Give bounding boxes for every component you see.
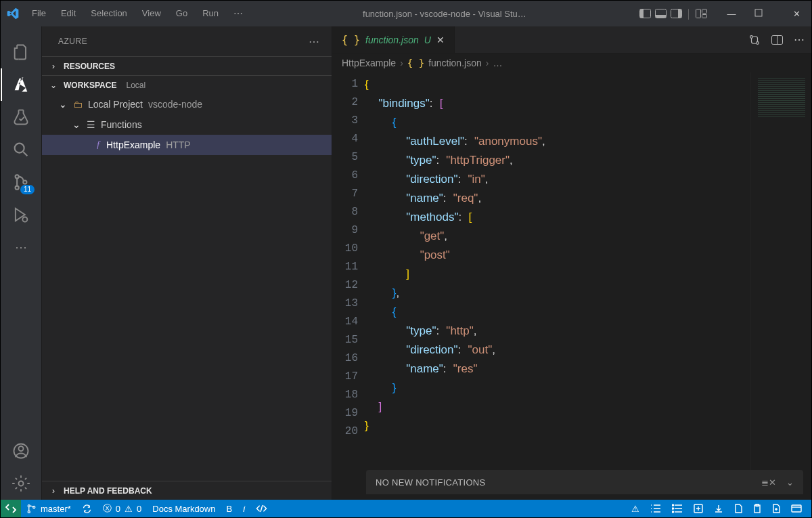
notifications-panel[interactable]: NO NEW NOTIFICATIONS ≣✕ ⌄	[366, 470, 803, 494]
activity-search[interactable]	[1, 133, 41, 166]
section-resources[interactable]: › RESOURCES	[42, 56, 332, 75]
activity-testing[interactable]	[1, 101, 41, 133]
breadcrumb-folder[interactable]: HttpExample	[342, 58, 396, 68]
breadcrumb-sep-icon: ›	[486, 58, 489, 68]
menu-edit[interactable]: Edit	[54, 5, 83, 22]
svg-point-18	[750, 35, 753, 38]
section-workspace-label: WORKSPACE	[64, 81, 116, 90]
tree-functions[interactable]: ⌄ ☰ Functions	[42, 114, 332, 135]
new-file-icon[interactable]	[694, 504, 703, 513]
tree-project-detail: vscode-node	[148, 99, 202, 110]
list-icon[interactable]	[672, 504, 683, 513]
vscode-window: File Edit Selection View Go Run ⋯ functi…	[0, 0, 812, 518]
svg-point-10	[15, 144, 24, 153]
activity-source-control[interactable]: 11	[1, 166, 41, 198]
svg-point-19	[757, 41, 759, 44]
chevron-down-icon: ⌄	[58, 99, 68, 110]
sidebar: AZURE ⋯ › RESOURCES ⌄ WORKSPACE Local ⌄ …	[41, 26, 332, 500]
menu-view[interactable]: View	[135, 5, 168, 22]
status-problems[interactable]: ⓧ0 ⚠0	[97, 502, 147, 515]
panel-icon[interactable]	[791, 504, 802, 513]
layout-customize-icon[interactable]	[696, 9, 707, 19]
svg-point-16	[19, 446, 24, 451]
breadcrumb-sep-icon: ›	[400, 58, 403, 68]
status-docs-markdown[interactable]: Docs Markdown	[147, 504, 221, 514]
status-bold[interactable]: B	[221, 504, 238, 514]
layout-sidebar-right-icon[interactable]	[671, 9, 682, 19]
sidebar-title: AZURE ⋯	[42, 26, 332, 56]
minimap-preview	[758, 77, 805, 117]
title-right: │ — ✕	[639, 9, 806, 19]
svg-point-13	[23, 180, 26, 184]
status-branch[interactable]: master*	[21, 504, 76, 514]
activity-accounts[interactable]	[1, 435, 41, 467]
tab-function-json[interactable]: { } function.json U ✕	[332, 26, 455, 53]
insert-icon[interactable]	[714, 504, 723, 513]
chevron-down-icon[interactable]: ⌄	[786, 477, 794, 488]
breadcrumb[interactable]: HttpExample › { } function.json › …	[332, 53, 811, 72]
sidebar-more-icon[interactable]: ⋯	[309, 35, 320, 48]
list-numbered-icon[interactable]	[650, 504, 661, 513]
status-sync[interactable]	[76, 504, 97, 514]
status-right-icons: ⚠	[622, 504, 811, 514]
alert-icon[interactable]: ⚠	[631, 504, 639, 514]
tab-modified-indicator: U	[424, 35, 431, 45]
breadcrumb-file[interactable]: function.json	[428, 58, 482, 68]
layout-panel-bottom-icon[interactable]	[655, 9, 667, 19]
layout-sidebar-left-icon[interactable]	[639, 9, 651, 19]
svg-rect-6	[696, 9, 701, 18]
remote-status[interactable]	[1, 500, 21, 517]
tab-more-icon[interactable]: ⋯	[794, 33, 805, 46]
code-wrap: 1234567891011121314151617181920 { "bindi…	[332, 72, 811, 470]
sidebar-title-text: AZURE	[58, 37, 87, 46]
chevron-right-icon: ›	[49, 486, 58, 496]
chevron-down-icon: ⌄	[72, 119, 81, 130]
menu-selection[interactable]: Selection	[84, 5, 133, 22]
function-icon: ƒ	[96, 139, 101, 150]
svg-rect-31	[792, 505, 801, 512]
activity-bar: 11 ⋯	[1, 26, 41, 500]
breadcrumb-more[interactable]: …	[493, 58, 502, 68]
activity-explorer[interactable]	[1, 36, 41, 68]
minimap[interactable]	[750, 72, 811, 470]
activity-azure[interactable]	[1, 68, 41, 101]
menu-run[interactable]: Run	[196, 5, 225, 22]
warning-icon: ⚠	[125, 504, 133, 514]
menu-more-icon[interactable]: ⋯	[227, 5, 250, 22]
tree-project-label: Local Project	[88, 99, 143, 110]
diff-icon[interactable]	[748, 34, 761, 46]
menu-go[interactable]: Go	[169, 5, 194, 22]
file-icon[interactable]	[734, 504, 742, 513]
activity-run-debug[interactable]	[1, 198, 41, 231]
file-add-icon[interactable]	[772, 504, 780, 513]
close-button[interactable]: ✕	[787, 9, 806, 19]
svg-point-27	[673, 511, 674, 513]
titlebar: File Edit Selection View Go Run ⋯ functi…	[1, 1, 811, 26]
svg-point-26	[673, 508, 674, 509]
clear-all-icon[interactable]: ≣✕	[761, 477, 777, 488]
tab-close-icon[interactable]: ✕	[436, 35, 445, 45]
activity-more-icon[interactable]: ⋯	[1, 231, 41, 263]
layout-divider: │	[686, 9, 692, 19]
status-errors: 0	[116, 504, 120, 514]
code-editor[interactable]: { "bindings": [ { "authLevel": "anonymou…	[365, 72, 750, 470]
notifications-text: NO NEW NOTIFICATIONS	[376, 477, 485, 488]
tree-function-httpexample[interactable]: ƒ HttpExample HTTP	[42, 135, 332, 155]
status-code-icon[interactable]	[250, 504, 273, 513]
maximize-button[interactable]	[754, 9, 773, 19]
minimize-button[interactable]: —	[722, 9, 741, 19]
gutter: 1234567891011121314151617181920	[332, 72, 365, 470]
split-editor-icon[interactable]	[771, 35, 783, 45]
window-title: function.json - vscode-node - Visual Stu…	[250, 9, 639, 19]
section-help[interactable]: › HELP AND FEEDBACK	[42, 481, 332, 500]
activity-settings[interactable]	[1, 467, 41, 500]
folder-icon: 🗀	[73, 99, 83, 110]
svg-point-17	[19, 481, 24, 486]
status-italic[interactable]: i	[238, 504, 250, 514]
tab-bar: { } function.json U ✕ ⋯	[332, 26, 811, 53]
tree-local-project[interactable]: ⌄ 🗀 Local Project vscode-node	[42, 94, 332, 114]
clipboard-icon[interactable]	[753, 504, 761, 513]
menu-file[interactable]: File	[25, 5, 53, 22]
json-file-icon: { }	[342, 34, 360, 46]
section-workspace[interactable]: ⌄ WORKSPACE Local	[42, 75, 332, 94]
